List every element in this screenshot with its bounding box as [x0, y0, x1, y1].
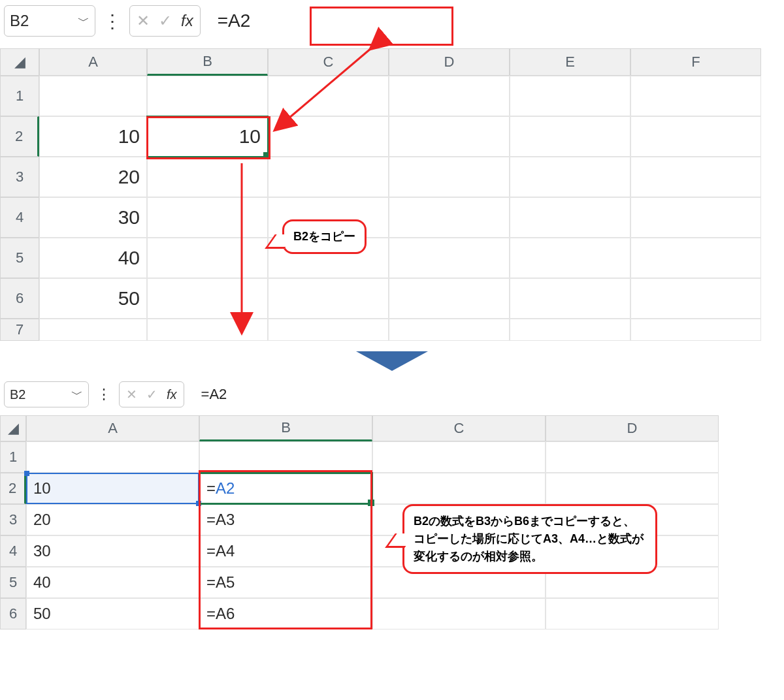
cell-D4[interactable] [389, 197, 510, 238]
cell-A4[interactable]: 30 [26, 535, 199, 567]
cell-A1[interactable] [26, 441, 199, 473]
formula-input[interactable]: =A2 [206, 5, 263, 37]
row-header-6[interactable]: 6 [0, 598, 26, 629]
cell-D1[interactable] [389, 76, 510, 116]
cell-F1[interactable] [630, 76, 761, 116]
confirm-icon[interactable]: ✓ [159, 12, 172, 30]
cell-D2[interactable] [389, 116, 510, 157]
row-header-5[interactable]: 5 [0, 238, 39, 278]
cell-C2[interactable] [268, 116, 389, 157]
cell-F4[interactable] [630, 197, 761, 238]
cell-C6[interactable] [268, 278, 389, 319]
cell-A4[interactable]: 30 [39, 197, 147, 238]
col-header-C[interactable]: C [372, 415, 546, 441]
cell-E1[interactable] [510, 76, 630, 116]
col-header-E[interactable]: E [510, 48, 630, 76]
row-header-4[interactable]: 4 [0, 197, 39, 238]
row-header-1[interactable]: 1 [0, 76, 39, 116]
cell-E6[interactable] [510, 278, 630, 319]
grid[interactable]: ◢ A B C D 1 2 10 =A2 3 20 =A3 4 30 =A4 5… [0, 415, 784, 629]
cell-B1[interactable] [147, 76, 268, 116]
row-header-7[interactable]: 7 [0, 319, 39, 341]
cell-B7[interactable] [147, 319, 268, 341]
cell-D2[interactable] [546, 473, 719, 504]
col-header-D[interactable]: D [546, 415, 719, 441]
cell-A5[interactable]: 40 [39, 238, 147, 278]
row-header-2[interactable]: 2 [0, 116, 39, 157]
row-header-3[interactable]: 3 [0, 157, 39, 197]
cell-F3[interactable] [630, 157, 761, 197]
cell-B2[interactable]: =A2 [199, 473, 372, 504]
cell-C6[interactable] [372, 598, 546, 629]
cell-E7[interactable] [510, 319, 630, 341]
cell-B5[interactable]: =A5 [199, 567, 372, 598]
select-all-corner[interactable]: ◢ [0, 48, 39, 76]
cell-A5[interactable]: 40 [26, 567, 199, 598]
cell-E5[interactable] [510, 238, 630, 278]
cell-F6[interactable] [630, 278, 761, 319]
cell-A1[interactable] [39, 76, 147, 116]
cell-C2[interactable] [372, 473, 546, 504]
chevron-down-divider-icon [356, 351, 428, 371]
row-header-1[interactable]: 1 [0, 441, 26, 473]
cell-A6[interactable]: 50 [26, 598, 199, 629]
cell-E2[interactable] [510, 116, 630, 157]
col-header-B[interactable]: B [147, 48, 268, 76]
cell-D1[interactable] [546, 441, 719, 473]
chevron-down-icon[interactable]: ﹀ [78, 13, 90, 29]
cell-B4[interactable] [147, 197, 268, 238]
vertical-dots-icon[interactable]: ⋮ [94, 386, 114, 403]
formula-input[interactable]: =A2 [189, 381, 239, 407]
cell-A3[interactable]: 20 [26, 504, 199, 535]
row-header-2[interactable]: 2 [0, 473, 26, 504]
cell-D6[interactable] [546, 598, 719, 629]
col-header-C[interactable]: C [268, 48, 389, 76]
fx-icon[interactable]: fx [181, 12, 193, 30]
name-box[interactable]: B2 ﹀ [4, 381, 89, 407]
cell-C1[interactable] [268, 76, 389, 116]
cell-A2[interactable]: 10 [26, 473, 199, 504]
row-header-3[interactable]: 3 [0, 504, 26, 535]
cell-F7[interactable] [630, 319, 761, 341]
cell-D5[interactable] [389, 238, 510, 278]
confirm-icon[interactable]: ✓ [146, 387, 157, 402]
col-header-A[interactable]: A [26, 415, 199, 441]
col-header-F[interactable]: F [630, 48, 761, 76]
row-header-5[interactable]: 5 [0, 567, 26, 598]
cell-C7[interactable] [268, 319, 389, 341]
cell-A7[interactable] [39, 319, 147, 341]
cell-D7[interactable] [389, 319, 510, 341]
vertical-dots-icon[interactable]: ⋮ [101, 10, 124, 32]
cell-C1[interactable] [372, 441, 546, 473]
col-header-A[interactable]: A [39, 48, 147, 76]
cell-E4[interactable] [510, 197, 630, 238]
cell-B3[interactable] [147, 157, 268, 197]
cell-D3[interactable] [389, 157, 510, 197]
cell-F5[interactable] [630, 238, 761, 278]
cancel-icon[interactable]: ✕ [126, 387, 137, 402]
name-box[interactable]: B2 ﹀ [4, 5, 95, 37]
cell-A2[interactable]: 10 [39, 116, 147, 157]
cell-B3[interactable]: =A3 [199, 504, 372, 535]
cell-E3[interactable] [510, 157, 630, 197]
cancel-icon[interactable]: ✕ [137, 12, 150, 30]
col-header-B[interactable]: B [199, 415, 372, 441]
cell-B6[interactable] [147, 278, 268, 319]
cell-C3[interactable] [268, 157, 389, 197]
cell-A6[interactable]: 50 [39, 278, 147, 319]
col-header-D[interactable]: D [389, 48, 510, 76]
cell-B6[interactable]: =A6 [199, 598, 372, 629]
cell-D6[interactable] [389, 278, 510, 319]
cell-B2[interactable]: 10 [147, 116, 268, 157]
cell-B4[interactable]: =A4 [199, 535, 372, 567]
grid[interactable]: ◢ A B C D E F 1 2 10 10 3 20 4 30 [0, 48, 784, 341]
row-header-4[interactable]: 4 [0, 535, 26, 567]
row-header-6[interactable]: 6 [0, 278, 39, 319]
fx-icon[interactable]: fx [167, 387, 177, 402]
cell-B1[interactable] [199, 441, 372, 473]
cell-B5[interactable] [147, 238, 268, 278]
select-all-corner[interactable]: ◢ [0, 415, 26, 441]
chevron-down-icon[interactable]: ﹀ [71, 387, 83, 402]
cell-A3[interactable]: 20 [39, 157, 147, 197]
cell-F2[interactable] [630, 116, 761, 157]
